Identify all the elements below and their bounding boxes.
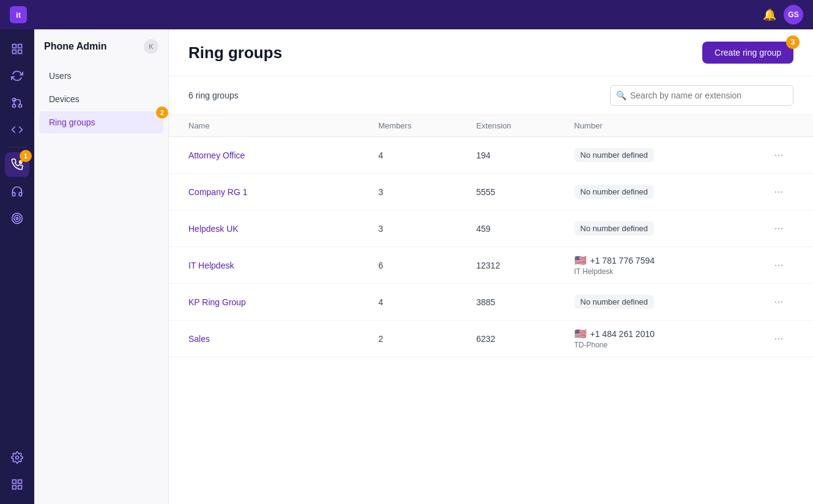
sidebar-icon-code[interactable] bbox=[5, 117, 29, 142]
svg-point-11 bbox=[16, 217, 18, 219]
sidebar-item-users[interactable]: Users bbox=[39, 65, 163, 87]
no-number-badge: No number defined bbox=[574, 185, 655, 199]
row-extension-helpdesk-uk: 459 bbox=[477, 224, 574, 234]
sidebar-icon-settings[interactable] bbox=[5, 445, 29, 470]
search-wrapper: 🔍 bbox=[610, 85, 793, 106]
row-number-attorney-office: No number defined bbox=[574, 148, 765, 162]
row-name-company-rg1[interactable]: Company RG 1 bbox=[188, 187, 379, 197]
flag-icon-us: 🇺🇸 bbox=[574, 254, 587, 266]
create-ring-group-button[interactable]: Create ring group bbox=[702, 42, 793, 64]
row-name-attorney-office[interactable]: Attorney Office bbox=[188, 150, 379, 160]
col-header-number: Number bbox=[574, 121, 765, 130]
sidebar-header: Phone Admin K bbox=[34, 39, 168, 64]
svg-rect-2 bbox=[13, 50, 17, 54]
phone-number-row: 🇺🇸 +1 484 261 2010 bbox=[574, 328, 765, 339]
more-menu-button-it-helpdesk[interactable]: ··· bbox=[764, 256, 793, 274]
toolbar: 6 ring groups 🔍 bbox=[169, 76, 813, 115]
ring-groups-table: Name Members Extension Number Attorney O… bbox=[169, 115, 813, 504]
no-number-badge: No number defined bbox=[574, 221, 655, 235]
table-row: IT Helpdesk 6 12312 🇺🇸 +1 781 776 7594 I… bbox=[169, 247, 813, 284]
row-number-it-helpdesk: 🇺🇸 +1 781 776 7594 IT Helpdesk bbox=[574, 254, 765, 276]
sidebar-icon-target[interactable] bbox=[5, 206, 29, 231]
sidebar-item-devices[interactable]: Devices bbox=[39, 88, 163, 110]
create-button-wrapper: 3 Create ring group bbox=[702, 42, 793, 64]
user-avatar[interactable]: GS bbox=[784, 5, 803, 24]
left-sidebar: Phone Admin K Users Devices Ring groups … bbox=[34, 29, 169, 504]
row-name-it-helpdesk[interactable]: IT Helpdesk bbox=[188, 261, 379, 270]
row-members-company-rg1: 3 bbox=[379, 187, 477, 197]
main-content: Ring groups 3 Create ring group 6 ring g… bbox=[169, 29, 813, 504]
row-number-kp-ring-group: No number defined bbox=[574, 295, 765, 309]
phone-number-row: 🇺🇸 +1 781 776 7594 bbox=[574, 254, 765, 266]
sidebar-nav: Users Devices Ring groups 2 bbox=[34, 65, 168, 133]
table-header: Name Members Extension Number bbox=[169, 115, 813, 137]
page-title: Ring groups bbox=[188, 43, 282, 62]
step-badge-1: 1 bbox=[20, 150, 32, 162]
sidebar-icon-grid[interactable] bbox=[5, 472, 29, 497]
more-menu-button-helpdesk-uk[interactable]: ··· bbox=[764, 220, 793, 237]
sidebar-title: Phone Admin bbox=[44, 41, 107, 52]
content-header: Ring groups 3 Create ring group bbox=[169, 29, 813, 76]
sidebar-icon-branch[interactable] bbox=[5, 91, 29, 115]
col-header-name: Name bbox=[188, 121, 379, 130]
row-extension-kp-ring-group: 3885 bbox=[477, 297, 574, 307]
row-members-it-helpdesk: 6 bbox=[379, 261, 477, 270]
svg-rect-3 bbox=[18, 50, 22, 54]
table-row: Helpdesk UK 3 459 No number defined ··· bbox=[169, 210, 813, 247]
no-number-badge: No number defined bbox=[574, 295, 655, 309]
more-menu-button-company-rg1[interactable]: ··· bbox=[764, 183, 793, 201]
svg-point-9 bbox=[12, 213, 23, 224]
row-extension-sales: 6232 bbox=[477, 334, 574, 344]
col-header-members: Members bbox=[379, 121, 477, 130]
sidebar-icon-phone[interactable]: 1 1 bbox=[5, 152, 29, 177]
step-badge-3: 3 bbox=[786, 35, 800, 49]
row-number-helpdesk-uk: No number defined bbox=[574, 221, 765, 235]
svg-rect-13 bbox=[13, 480, 17, 484]
col-header-extension: Extension bbox=[477, 121, 574, 130]
phone-label: IT Helpdesk bbox=[574, 267, 765, 276]
app-logo[interactable]: it bbox=[10, 6, 27, 23]
more-menu-button-attorney-office[interactable]: ··· bbox=[764, 146, 793, 164]
sidebar-icon-headset[interactable] bbox=[5, 179, 29, 204]
row-number-sales: 🇺🇸 +1 484 261 2010 TD-Phone bbox=[574, 328, 765, 349]
no-number-badge: No number defined bbox=[574, 148, 655, 162]
table-row: Sales 2 6232 🇺🇸 +1 484 261 2010 TD-Phone… bbox=[169, 321, 813, 357]
top-nav-right: 🔔 GS bbox=[763, 5, 803, 24]
row-extension-it-helpdesk: 12312 bbox=[477, 261, 574, 270]
step-badge-2: 2 bbox=[156, 106, 168, 119]
row-members-attorney-office: 4 bbox=[379, 150, 477, 160]
collapse-button[interactable]: K bbox=[144, 39, 158, 54]
top-nav: it 🔔 GS bbox=[0, 0, 813, 29]
svg-rect-0 bbox=[13, 45, 17, 48]
svg-text:1: 1 bbox=[20, 160, 21, 164]
notification-bell-icon[interactable]: 🔔 bbox=[763, 8, 776, 21]
sidebar-icon-refresh[interactable] bbox=[5, 64, 29, 88]
phone-number: +1 484 261 2010 bbox=[590, 329, 655, 339]
phone-label: TD-Phone bbox=[574, 341, 765, 349]
groups-count: 6 ring groups bbox=[188, 91, 239, 100]
svg-point-6 bbox=[13, 105, 16, 108]
row-members-helpdesk-uk: 3 bbox=[379, 224, 477, 234]
table-row: KP Ring Group 4 3885 No number defined ·… bbox=[169, 284, 813, 321]
search-icon: 🔍 bbox=[616, 91, 626, 100]
more-menu-button-sales[interactable]: ··· bbox=[764, 330, 793, 347]
svg-rect-14 bbox=[18, 480, 22, 484]
row-extension-attorney-office: 194 bbox=[477, 150, 574, 160]
row-members-sales: 2 bbox=[379, 334, 477, 344]
table-row: Attorney Office 4 194 No number defined … bbox=[169, 137, 813, 174]
search-input[interactable] bbox=[610, 85, 793, 106]
icon-sidebar: 1 1 bbox=[0, 29, 34, 504]
sidebar-icon-home[interactable] bbox=[5, 37, 29, 61]
svg-point-10 bbox=[14, 215, 20, 221]
svg-rect-15 bbox=[13, 486, 17, 489]
row-name-sales[interactable]: Sales bbox=[188, 334, 379, 344]
more-menu-button-kp-ring-group[interactable]: ··· bbox=[764, 293, 793, 311]
sidebar-item-ring-groups[interactable]: Ring groups 2 bbox=[39, 111, 163, 133]
svg-rect-16 bbox=[18, 486, 22, 489]
row-number-company-rg1: No number defined bbox=[574, 185, 765, 199]
row-name-kp-ring-group[interactable]: KP Ring Group bbox=[188, 297, 379, 307]
row-extension-company-rg1: 5555 bbox=[477, 187, 574, 197]
row-name-helpdesk-uk[interactable]: Helpdesk UK bbox=[188, 224, 379, 234]
col-header-actions bbox=[764, 121, 793, 130]
table-row: Company RG 1 3 5555 No number defined ··… bbox=[169, 174, 813, 210]
